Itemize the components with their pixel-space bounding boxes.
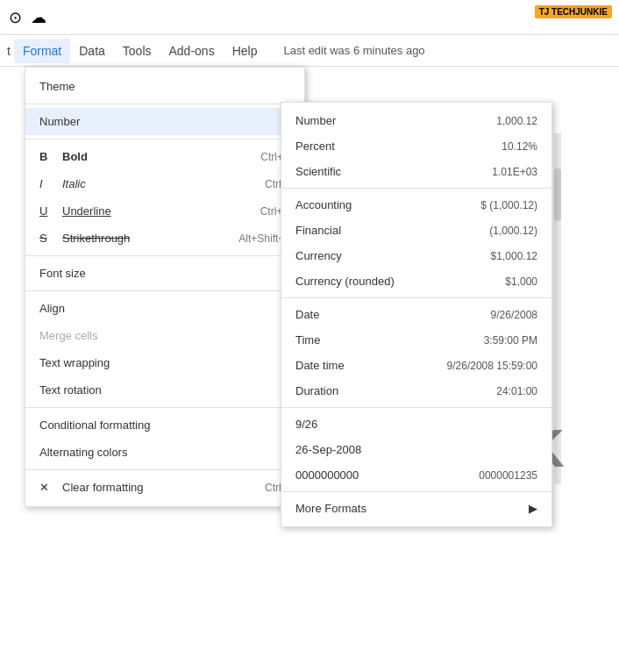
strikethrough-icon: S: [39, 232, 57, 245]
number-submenu: Number 1,000.12 Percent 10.12% Scientifi…: [281, 102, 552, 527]
dropdown-item-underline[interactable]: U Underline Ctrl+U: [25, 197, 304, 225]
submenu-number-label: Number: [295, 114, 336, 127]
dropdown-item-alternating-colors[interactable]: Alternating colors: [25, 439, 304, 466]
number-label: Number: [39, 115, 282, 128]
submenu-accounting[interactable]: Accounting $ (1,000.12): [281, 192, 551, 218]
divider-6: [25, 469, 304, 470]
submenu-duration[interactable]: Duration 24:01:00: [281, 378, 551, 404]
cloud-icon: ☁: [31, 8, 46, 27]
underline-label: Underline: [62, 204, 260, 218]
submenu-percent-value: 10.12%: [502, 140, 537, 153]
submenu-long-date-label: 26-Sep-2008: [295, 443, 361, 456]
strikethrough-label: Strikethrough: [62, 232, 238, 245]
dropdown-item-align[interactable]: Align ▶: [25, 295, 304, 322]
menu-item-addons[interactable]: Add-ons: [160, 39, 224, 63]
submenu-long-date[interactable]: 26-Sep-2008: [281, 437, 551, 462]
submenu-datetime-value: 9/26/2008 15:59:00: [447, 360, 537, 372]
submenu-date-label: Date: [295, 308, 319, 321]
italic-icon: I: [39, 177, 57, 190]
submenu-currency-rounded[interactable]: Currency (rounded) $1,000: [281, 268, 551, 294]
submenu-currency-rounded-label: Currency (rounded): [295, 275, 395, 288]
submenu-number-value: 1,000.12: [496, 115, 537, 127]
submenu-time[interactable]: Time 3:59:00 PM: [281, 327, 551, 353]
more-formats-arrow-icon: ▶: [529, 502, 537, 515]
submenu-duration-value: 24:01:00: [496, 385, 537, 397]
submenu-scientific[interactable]: Scientific 1.01E+03: [281, 159, 551, 184]
submenu-percent-label: Percent: [295, 139, 335, 153]
divider-3: [25, 255, 304, 256]
align-label: Align: [39, 302, 282, 315]
menu-item-help[interactable]: Help: [224, 39, 267, 63]
submenu-datetime[interactable]: Date time 9/26/2008 15:59:00: [281, 353, 551, 378]
alternating-colors-label: Alternating colors: [39, 446, 290, 459]
merge-cells-label: Merge cells: [39, 329, 282, 342]
submenu-currency[interactable]: Currency $1,000.12: [281, 243, 551, 268]
clear-formatting-icon: ✕: [39, 481, 57, 494]
submenu-scientific-label: Scientific: [295, 165, 341, 178]
bold-label: Bold: [62, 150, 260, 163]
submenu-scientific-value: 1.01E+03: [492, 166, 537, 178]
drive-icon: ⊙: [9, 8, 22, 27]
submenu-time-label: Time: [295, 333, 320, 347]
italic-label: Italic: [62, 177, 265, 190]
submenu-numbers-row[interactable]: 0000000000 0000001235: [281, 462, 551, 488]
submenu-date-value: 9/26/2008: [491, 309, 537, 321]
dropdown-item-strikethrough[interactable]: S Strikethrough Alt+Shift+5: [25, 225, 304, 252]
dropdown-item-conditional-formatting[interactable]: Conditional formatting: [25, 411, 304, 439]
format-dropdown: Theme Number ▶ B Bold Ctrl+B I Italic Ct…: [25, 67, 305, 507]
dropdown-item-theme[interactable]: Theme: [25, 73, 304, 100]
submenu-currency-rounded-value: $1,000: [505, 275, 537, 288]
dropdown-item-merge-cells[interactable]: Merge cells ▶: [25, 322, 304, 349]
top-bar: ⊙ ☁ TJ TECHJUNKIE: [0, 0, 619, 35]
text-rotation-label: Text rotation: [39, 383, 282, 397]
submenu-datetime-label: Date time: [295, 359, 345, 372]
submenu-number[interactable]: Number 1,000.12: [281, 108, 551, 133]
submenu-duration-label: Duration: [295, 384, 338, 397]
divider-4: [25, 290, 304, 291]
text-wrapping-label: Text wrapping: [39, 356, 282, 369]
underline-icon: U: [39, 204, 57, 218]
clear-formatting-label: Clear formatting: [62, 481, 265, 494]
dropdown-item-font-size[interactable]: Font size ▶: [25, 260, 304, 287]
dropdown-item-italic[interactable]: I Italic Ctrl+I: [25, 170, 304, 197]
submenu-currency-label: Currency: [295, 249, 342, 262]
bold-icon: B: [39, 150, 57, 163]
submenu-divider-3: [281, 407, 551, 408]
menu-item-format[interactable]: Format: [14, 39, 70, 63]
menu-item-partial: t: [4, 39, 14, 63]
top-bar-icons: ⊙ ☁: [9, 8, 46, 27]
dropdown-item-text-wrapping[interactable]: Text wrapping ▶: [25, 349, 304, 376]
more-formats-label: More Formats: [295, 502, 366, 515]
submenu-date[interactable]: Date 9/26/2008: [281, 302, 551, 327]
scroll-indicator[interactable]: [554, 133, 561, 484]
conditional-formatting-label: Conditional formatting: [39, 418, 290, 432]
last-edit-text: Last edit was 6 minutes ago: [283, 44, 424, 57]
dropdown-item-clear-formatting[interactable]: ✕ Clear formatting Ctrl+\: [25, 474, 304, 501]
scroll-thumb: [554, 168, 561, 221]
submenu-divider-1: [281, 188, 551, 189]
menu-bar: t Format Data Tools Add-ons Help Last ed…: [0, 35, 619, 67]
submenu-short-date-label: 9/26: [295, 418, 317, 431]
divider-1: [25, 104, 304, 104]
submenu-financial-label: Financial: [295, 224, 341, 237]
submenu-numbers-row-value: 0000001235: [479, 469, 537, 482]
dropdown-item-bold[interactable]: B Bold Ctrl+B: [25, 143, 304, 170]
submenu-accounting-value: $ (1,000.12): [480, 199, 537, 211]
divider-5: [25, 407, 304, 408]
main-area: Theme Number ▶ B Bold Ctrl+B I Italic Ct…: [0, 67, 619, 672]
submenu-short-date[interactable]: 9/26: [281, 411, 551, 437]
submenu-more-formats[interactable]: More Formats ▶: [281, 496, 551, 521]
submenu-time-value: 3:59:00 PM: [484, 334, 537, 347]
dropdown-item-text-rotation[interactable]: Text rotation ▶: [25, 376, 304, 404]
dropdown-item-number[interactable]: Number ▶: [25, 108, 304, 135]
theme-label: Theme: [39, 80, 290, 93]
font-size-label: Font size: [39, 267, 282, 280]
submenu-accounting-label: Accounting: [295, 198, 352, 211]
menu-item-tools[interactable]: Tools: [114, 39, 160, 63]
submenu-divider-4: [281, 491, 551, 492]
submenu-financial[interactable]: Financial (1,000.12): [281, 218, 551, 243]
submenu-divider-2: [281, 297, 551, 298]
submenu-percent[interactable]: Percent 10.12%: [281, 133, 551, 159]
menu-item-data[interactable]: Data: [70, 39, 114, 63]
submenu-financial-value: (1,000.12): [489, 225, 537, 237]
